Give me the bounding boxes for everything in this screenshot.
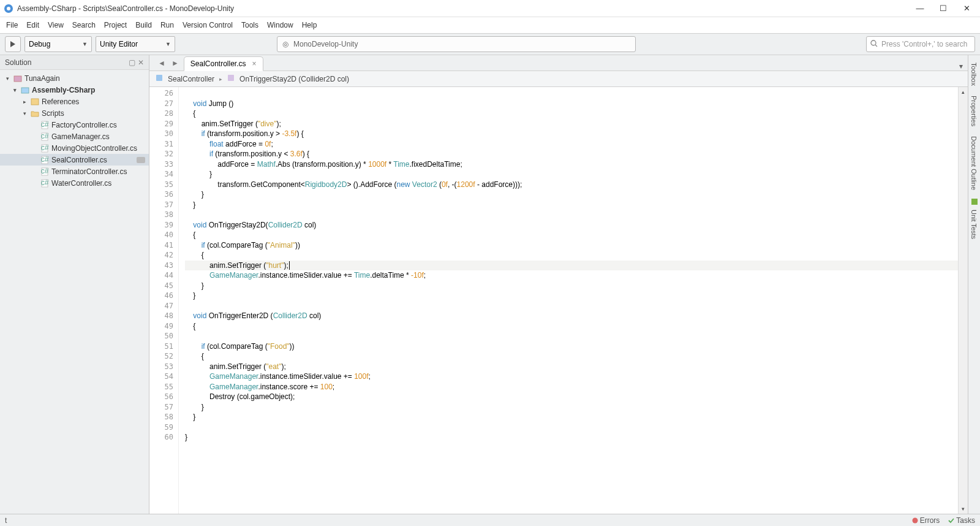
code-editor[interactable]: void Jump () { anim.SetTrigger ("dive");… [179, 87, 958, 514]
tree-item-label: TerminatorController.cs [51, 167, 127, 176]
svg-rect-6 [21, 88, 29, 93]
pane-close-icon[interactable]: ✕ [138, 58, 144, 67]
menu-edit[interactable]: Edit [26, 21, 39, 29]
tab-label: SealController.cs [190, 59, 246, 68]
tree-item-watercontroller-cs[interactable]: c#WaterController.cs [0, 177, 149, 189]
svg-point-3 [871, 40, 876, 45]
folder-icon [30, 109, 40, 118]
errors-label: Errors [920, 516, 940, 525]
menu-view[interactable]: View [48, 21, 64, 29]
configuration-value: Debug [29, 40, 50, 48]
cs-icon: c# [40, 178, 50, 188]
editor-area: ◄ ► SealController.cs × ▾ SealController… [149, 55, 968, 514]
maximize-button[interactable]: ☐ [937, 4, 949, 13]
tree-item-factorycontroller-cs[interactable]: c#FactoryController.cs [0, 119, 149, 131]
tree-item-tunaagain[interactable]: ▾TunaAgain [0, 72, 149, 84]
tree-item-label: MovingObjectController.cs [51, 144, 137, 153]
target-icon: ◎ [282, 40, 288, 48]
expander-icon[interactable]: ▾ [21, 110, 28, 116]
menu-search[interactable]: Search [72, 21, 96, 29]
global-search-input[interactable]: Press 'Control+,' to search [866, 36, 975, 52]
breadcrumb-class[interactable]: SealController [168, 75, 214, 83]
tree-item-scripts[interactable]: ▾Scripts [0, 107, 149, 119]
tab-close-icon[interactable]: × [252, 59, 257, 68]
svg-rect-20 [156, 75, 162, 81]
close-button[interactable]: ✕ [960, 4, 973, 13]
solution-tree[interactable]: ▾TunaAgain▾Assembly-CSharp▸References▾Sc… [0, 70, 149, 514]
tree-item-label: TunaAgain [24, 74, 60, 83]
rail-unit-tests[interactable]: Unit Tests [969, 205, 980, 244]
tab-overflow-icon[interactable]: ▾ [954, 62, 968, 71]
solution-pane-title: Solution [5, 58, 31, 67]
menu-version-control[interactable]: Version Control [183, 21, 233, 29]
rail-properties[interactable]: Properties [969, 91, 980, 131]
breadcrumb-separator-icon: ▸ [219, 76, 222, 82]
svg-text:c#: c# [41, 179, 49, 187]
breadcrumb: SealController ▸ OnTriggerStay2D (Collid… [149, 71, 968, 87]
window-title: Assembly-CSharp - Scripts\SealController… [17, 4, 234, 13]
tree-item-terminatorcontroller-cs[interactable]: c#TerminatorController.cs [0, 166, 149, 177]
tree-item-sealcontroller-cs[interactable]: c#SealController.cs [0, 154, 149, 166]
menu-file[interactable]: File [6, 21, 18, 29]
tree-item-references[interactable]: ▸References [0, 96, 149, 107]
svg-text:c#: c# [41, 132, 49, 140]
breadcrumb-method[interactable]: OnTriggerStay2D (Collider2D col) [239, 75, 349, 83]
scroll-down-icon[interactable]: ▾ [959, 504, 968, 514]
svg-text:c#: c# [41, 121, 49, 129]
side-rail: ToolboxPropertiesDocument OutlineUnit Te… [968, 55, 980, 514]
run-button[interactable] [5, 36, 21, 52]
method-icon [227, 74, 235, 83]
rail-toolbox[interactable]: Toolbox [969, 58, 980, 91]
tree-item-label: FactoryController.cs [51, 121, 117, 129]
tree-item-gamemanager-cs[interactable]: c#GameManager.cs [0, 131, 149, 142]
chevron-down-icon: ▼ [82, 41, 88, 47]
menu-project[interactable]: Project [104, 21, 127, 29]
nav-back-button[interactable]: ◄ [158, 59, 165, 67]
tree-item-label: GameManager.cs [51, 132, 110, 141]
tree-item-label: Assembly-CSharp [32, 86, 95, 94]
scroll-up-icon[interactable]: ▴ [959, 87, 968, 97]
chevron-down-icon: ▼ [165, 41, 171, 47]
active-file-indicator-icon [137, 157, 145, 163]
svg-point-22 [912, 517, 918, 523]
target-selector[interactable]: Unity Editor ▼ [96, 36, 175, 52]
app-icon [4, 4, 13, 13]
expander-icon[interactable]: ▾ [4, 75, 11, 82]
solution-pane-header: Solution ▢ ✕ [0, 55, 149, 70]
expander-icon[interactable]: ▸ [21, 99, 28, 105]
menu-build[interactable]: Build [135, 21, 152, 29]
svg-rect-21 [228, 75, 234, 81]
tree-item-movingobjectcontroller-cs[interactable]: c#MovingObjectController.cs [0, 142, 149, 154]
menu-window[interactable]: Window [267, 21, 293, 29]
tab-sealcontroller[interactable]: SealController.cs × [184, 56, 263, 71]
svg-text:c#: c# [41, 156, 49, 164]
menu-tools[interactable]: Tools [241, 21, 258, 29]
info-text: MonoDevelop-Unity [293, 40, 358, 48]
menu-help[interactable]: Help [302, 21, 317, 29]
tree-item-assembly-csharp[interactable]: ▾Assembly-CSharp [0, 84, 149, 96]
toolbar: Debug ▼ Unity Editor ▼ ◎ MonoDevelop-Uni… [0, 33, 980, 55]
menu-run[interactable]: Run [160, 21, 174, 29]
rail-document-outline[interactable]: Document Outline [969, 131, 980, 195]
nav-forward-button[interactable]: ► [172, 59, 179, 67]
svg-marker-2 [10, 41, 15, 47]
expander-icon[interactable]: ▾ [11, 87, 18, 93]
tabstrip: ◄ ► SealController.cs × ▾ [149, 55, 968, 71]
minimize-button[interactable]: — [914, 4, 926, 13]
target-value: Unity Editor [100, 40, 138, 48]
tree-item-label: SealController.cs [51, 156, 107, 164]
svg-line-4 [875, 45, 877, 47]
tasks-pad-button[interactable]: Tasks [948, 516, 975, 525]
pane-dock-icon[interactable]: ▢ [129, 58, 135, 67]
errors-pad-button[interactable]: Errors [912, 516, 940, 525]
svg-rect-5 [14, 76, 21, 82]
titlebar: Assembly-CSharp - Scripts\SealController… [0, 0, 980, 17]
info-panel: ◎ MonoDevelop-Unity [277, 36, 636, 52]
tree-item-label: References [42, 97, 79, 106]
svg-text:c#: c# [41, 167, 49, 175]
cs-icon: c# [40, 155, 50, 165]
class-icon [156, 74, 163, 83]
configuration-selector[interactable]: Debug ▼ [24, 36, 92, 52]
solution-icon [13, 74, 23, 83]
vertical-scrollbar[interactable]: ▴ ▾ [958, 87, 968, 514]
